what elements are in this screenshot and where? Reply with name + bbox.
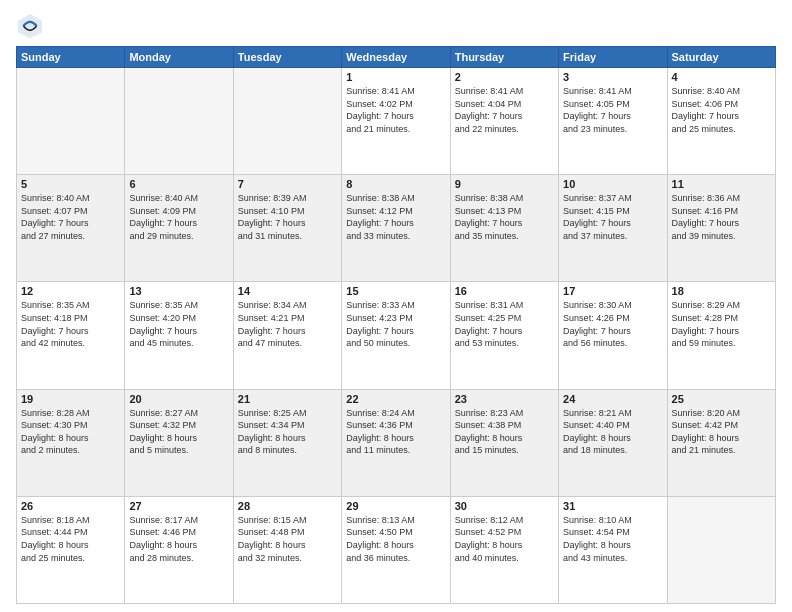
logo: [16, 12, 48, 40]
day-info: Sunrise: 8:35 AM Sunset: 4:18 PM Dayligh…: [21, 299, 120, 349]
top-section: [16, 12, 776, 40]
day-number: 20: [129, 393, 228, 405]
calendar-cell: 29Sunrise: 8:13 AM Sunset: 4:50 PM Dayli…: [342, 496, 450, 603]
day-info: Sunrise: 8:28 AM Sunset: 4:30 PM Dayligh…: [21, 407, 120, 457]
day-number: 14: [238, 285, 337, 297]
day-info: Sunrise: 8:41 AM Sunset: 4:02 PM Dayligh…: [346, 85, 445, 135]
day-info: Sunrise: 8:27 AM Sunset: 4:32 PM Dayligh…: [129, 407, 228, 457]
calendar-cell: 22Sunrise: 8:24 AM Sunset: 4:36 PM Dayli…: [342, 389, 450, 496]
calendar-cell: 5Sunrise: 8:40 AM Sunset: 4:07 PM Daylig…: [17, 175, 125, 282]
calendar-cell: 18Sunrise: 8:29 AM Sunset: 4:28 PM Dayli…: [667, 282, 775, 389]
calendar-week-row: 1Sunrise: 8:41 AM Sunset: 4:02 PM Daylig…: [17, 68, 776, 175]
day-number: 6: [129, 178, 228, 190]
calendar-cell: 12Sunrise: 8:35 AM Sunset: 4:18 PM Dayli…: [17, 282, 125, 389]
day-number: 12: [21, 285, 120, 297]
day-info: Sunrise: 8:17 AM Sunset: 4:46 PM Dayligh…: [129, 514, 228, 564]
calendar-cell: 3Sunrise: 8:41 AM Sunset: 4:05 PM Daylig…: [559, 68, 667, 175]
day-info: Sunrise: 8:25 AM Sunset: 4:34 PM Dayligh…: [238, 407, 337, 457]
day-number: 30: [455, 500, 554, 512]
day-number: 28: [238, 500, 337, 512]
calendar-header-row: SundayMondayTuesdayWednesdayThursdayFrid…: [17, 47, 776, 68]
calendar-cell: 9Sunrise: 8:38 AM Sunset: 4:13 PM Daylig…: [450, 175, 558, 282]
calendar-cell: 25Sunrise: 8:20 AM Sunset: 4:42 PM Dayli…: [667, 389, 775, 496]
calendar-cell: 13Sunrise: 8:35 AM Sunset: 4:20 PM Dayli…: [125, 282, 233, 389]
calendar-header-sunday: Sunday: [17, 47, 125, 68]
day-info: Sunrise: 8:18 AM Sunset: 4:44 PM Dayligh…: [21, 514, 120, 564]
calendar-cell: 19Sunrise: 8:28 AM Sunset: 4:30 PM Dayli…: [17, 389, 125, 496]
day-info: Sunrise: 8:41 AM Sunset: 4:04 PM Dayligh…: [455, 85, 554, 135]
day-info: Sunrise: 8:40 AM Sunset: 4:09 PM Dayligh…: [129, 192, 228, 242]
day-number: 11: [672, 178, 771, 190]
calendar-cell: [667, 496, 775, 603]
day-info: Sunrise: 8:10 AM Sunset: 4:54 PM Dayligh…: [563, 514, 662, 564]
calendar-cell: 16Sunrise: 8:31 AM Sunset: 4:25 PM Dayli…: [450, 282, 558, 389]
calendar-cell: 6Sunrise: 8:40 AM Sunset: 4:09 PM Daylig…: [125, 175, 233, 282]
day-info: Sunrise: 8:20 AM Sunset: 4:42 PM Dayligh…: [672, 407, 771, 457]
day-info: Sunrise: 8:33 AM Sunset: 4:23 PM Dayligh…: [346, 299, 445, 349]
day-number: 1: [346, 71, 445, 83]
calendar-header-saturday: Saturday: [667, 47, 775, 68]
calendar-cell: 7Sunrise: 8:39 AM Sunset: 4:10 PM Daylig…: [233, 175, 341, 282]
calendar-cell: 20Sunrise: 8:27 AM Sunset: 4:32 PM Dayli…: [125, 389, 233, 496]
day-info: Sunrise: 8:12 AM Sunset: 4:52 PM Dayligh…: [455, 514, 554, 564]
calendar-cell: 11Sunrise: 8:36 AM Sunset: 4:16 PM Dayli…: [667, 175, 775, 282]
day-number: 18: [672, 285, 771, 297]
calendar-cell: 31Sunrise: 8:10 AM Sunset: 4:54 PM Dayli…: [559, 496, 667, 603]
day-number: 16: [455, 285, 554, 297]
day-number: 27: [129, 500, 228, 512]
day-info: Sunrise: 8:30 AM Sunset: 4:26 PM Dayligh…: [563, 299, 662, 349]
calendar-cell: 1Sunrise: 8:41 AM Sunset: 4:02 PM Daylig…: [342, 68, 450, 175]
day-number: 24: [563, 393, 662, 405]
day-number: 5: [21, 178, 120, 190]
calendar-cell: 23Sunrise: 8:23 AM Sunset: 4:38 PM Dayli…: [450, 389, 558, 496]
logo-icon: [16, 12, 44, 40]
day-info: Sunrise: 8:40 AM Sunset: 4:06 PM Dayligh…: [672, 85, 771, 135]
day-info: Sunrise: 8:38 AM Sunset: 4:12 PM Dayligh…: [346, 192, 445, 242]
day-info: Sunrise: 8:38 AM Sunset: 4:13 PM Dayligh…: [455, 192, 554, 242]
day-number: 3: [563, 71, 662, 83]
day-info: Sunrise: 8:31 AM Sunset: 4:25 PM Dayligh…: [455, 299, 554, 349]
day-number: 13: [129, 285, 228, 297]
day-number: 7: [238, 178, 337, 190]
day-number: 31: [563, 500, 662, 512]
calendar-header-monday: Monday: [125, 47, 233, 68]
day-info: Sunrise: 8:37 AM Sunset: 4:15 PM Dayligh…: [563, 192, 662, 242]
svg-marker-0: [18, 14, 42, 38]
day-info: Sunrise: 8:23 AM Sunset: 4:38 PM Dayligh…: [455, 407, 554, 457]
day-number: 23: [455, 393, 554, 405]
calendar-cell: 4Sunrise: 8:40 AM Sunset: 4:06 PM Daylig…: [667, 68, 775, 175]
calendar-cell: 30Sunrise: 8:12 AM Sunset: 4:52 PM Dayli…: [450, 496, 558, 603]
calendar-cell: 27Sunrise: 8:17 AM Sunset: 4:46 PM Dayli…: [125, 496, 233, 603]
day-number: 15: [346, 285, 445, 297]
calendar-week-row: 19Sunrise: 8:28 AM Sunset: 4:30 PM Dayli…: [17, 389, 776, 496]
day-number: 4: [672, 71, 771, 83]
calendar-cell: 15Sunrise: 8:33 AM Sunset: 4:23 PM Dayli…: [342, 282, 450, 389]
day-info: Sunrise: 8:34 AM Sunset: 4:21 PM Dayligh…: [238, 299, 337, 349]
calendar-cell: [125, 68, 233, 175]
calendar-header-wednesday: Wednesday: [342, 47, 450, 68]
day-info: Sunrise: 8:24 AM Sunset: 4:36 PM Dayligh…: [346, 407, 445, 457]
calendar-cell: 28Sunrise: 8:15 AM Sunset: 4:48 PM Dayli…: [233, 496, 341, 603]
day-number: 29: [346, 500, 445, 512]
day-info: Sunrise: 8:35 AM Sunset: 4:20 PM Dayligh…: [129, 299, 228, 349]
day-info: Sunrise: 8:41 AM Sunset: 4:05 PM Dayligh…: [563, 85, 662, 135]
day-info: Sunrise: 8:36 AM Sunset: 4:16 PM Dayligh…: [672, 192, 771, 242]
calendar-week-row: 5Sunrise: 8:40 AM Sunset: 4:07 PM Daylig…: [17, 175, 776, 282]
calendar-cell: [17, 68, 125, 175]
calendar-cell: 8Sunrise: 8:38 AM Sunset: 4:12 PM Daylig…: [342, 175, 450, 282]
calendar-cell: 24Sunrise: 8:21 AM Sunset: 4:40 PM Dayli…: [559, 389, 667, 496]
calendar-header-friday: Friday: [559, 47, 667, 68]
calendar-table: SundayMondayTuesdayWednesdayThursdayFrid…: [16, 46, 776, 604]
day-info: Sunrise: 8:39 AM Sunset: 4:10 PM Dayligh…: [238, 192, 337, 242]
calendar-week-row: 26Sunrise: 8:18 AM Sunset: 4:44 PM Dayli…: [17, 496, 776, 603]
day-info: Sunrise: 8:29 AM Sunset: 4:28 PM Dayligh…: [672, 299, 771, 349]
day-number: 2: [455, 71, 554, 83]
day-number: 22: [346, 393, 445, 405]
day-number: 9: [455, 178, 554, 190]
calendar-header-thursday: Thursday: [450, 47, 558, 68]
calendar-cell: 26Sunrise: 8:18 AM Sunset: 4:44 PM Dayli…: [17, 496, 125, 603]
calendar-cell: 2Sunrise: 8:41 AM Sunset: 4:04 PM Daylig…: [450, 68, 558, 175]
day-number: 25: [672, 393, 771, 405]
day-info: Sunrise: 8:13 AM Sunset: 4:50 PM Dayligh…: [346, 514, 445, 564]
calendar-cell: 14Sunrise: 8:34 AM Sunset: 4:21 PM Dayli…: [233, 282, 341, 389]
